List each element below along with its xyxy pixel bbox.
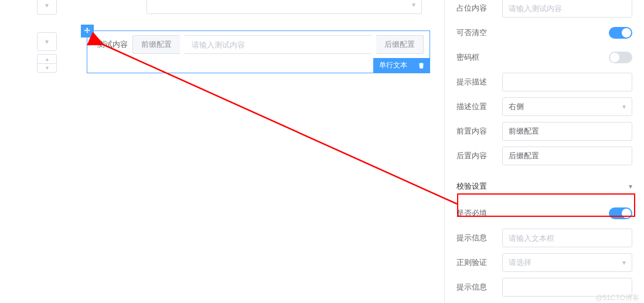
append-input[interactable] (502, 147, 632, 165)
prop-desc-position: 描述位置 右侧 ▾ (456, 95, 632, 118)
prop-required: 是否必填 (456, 202, 632, 225)
prop-placeholder-content: 占位内容 (456, 0, 632, 20)
prop-tip-message-1: 提示信息 (456, 226, 632, 250)
field-type-tag: 单行文本 (373, 58, 413, 73)
watermark: @51CTO博客 (595, 293, 639, 303)
chevron-down-icon: ▾ (412, 1, 415, 9)
truncated-select-2[interactable]: ▾ (37, 32, 57, 51)
chevron-down-icon: ▾ (45, 1, 49, 9)
tip-message-1-input[interactable] (502, 229, 632, 247)
prop-tooltip-desc: 提示描述 (456, 70, 632, 94)
password-toggle[interactable] (609, 52, 632, 63)
truncated-number-stepper[interactable]: ▴▾ (37, 54, 57, 73)
chevron-down-icon: ▾ (622, 258, 626, 267)
field-footer: 单行文本 (87, 58, 430, 73)
prop-prepend: 前置内容 (456, 120, 632, 143)
required-toggle[interactable] (609, 207, 632, 219)
selected-field-card[interactable]: *测试内容 前缀配置 后缀配置 单行文本 (87, 30, 430, 73)
prop-append: 后置内容 (456, 144, 632, 168)
caret-down-icon: ▾ (38, 64, 56, 73)
prefix-addon: 前缀配置 (132, 35, 180, 54)
prop-regex: 正则验证 请选择 ▾ (456, 251, 632, 274)
test-content-input[interactable] (185, 35, 372, 54)
tooltip-desc-input[interactable] (502, 73, 632, 91)
placeholder-content-input[interactable] (502, 0, 632, 18)
clearable-toggle[interactable] (609, 27, 632, 39)
form-canvas: ▾ ▾ ▾ ▴▾ *测试内容 前缀配置 后缀配置 单行文本 (0, 0, 444, 303)
prop-clearable: 可否清空 (456, 21, 632, 45)
desc-position-select[interactable]: 右侧 ▾ (502, 97, 632, 116)
caret-up-icon: ▴ (38, 55, 56, 64)
regex-select[interactable]: 请选择 ▾ (502, 253, 632, 272)
prepend-input[interactable] (502, 122, 632, 141)
field-label: *测试内容 (93, 39, 128, 50)
required-star-icon: * (93, 40, 96, 49)
truncated-select-1[interactable]: ▾ (37, 0, 57, 15)
delete-button[interactable] (413, 58, 430, 73)
truncated-top-input[interactable]: ▾ (146, 0, 422, 14)
chevron-down-icon: ▾ (622, 103, 626, 111)
field-body: *测试内容 前缀配置 后缀配置 (87, 31, 430, 58)
chevron-down-icon: ▾ (45, 38, 49, 46)
move-icon (83, 27, 91, 35)
suffix-addon: 后缀配置 (376, 35, 424, 54)
prop-password: 密码框 (456, 46, 632, 69)
chevron-down-icon: ▾ (629, 182, 632, 190)
validation-section-header[interactable]: 校验设置 ▾ (456, 175, 632, 198)
properties-panel: 占位内容 可否清空 密码框 提示描述 描述位置 右侧 ▾ 前置内容 后置内容 校… (444, 0, 644, 303)
move-handle[interactable] (81, 25, 94, 38)
trash-icon (417, 62, 425, 70)
